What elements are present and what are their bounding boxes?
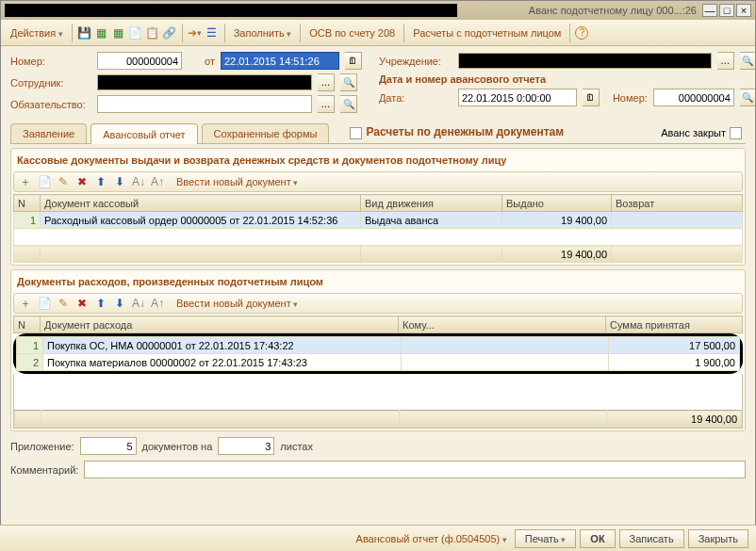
print-button[interactable]: Печать [515, 529, 577, 548]
delete-row-icon-2[interactable]: ✖ [74, 296, 90, 311]
closed-label: Аванс закрыт [661, 127, 726, 138]
col2-whom[interactable]: Кому... [399, 316, 606, 333]
attach-count2[interactable]: 3 [218, 437, 274, 455]
save-button[interactable]: Записать [619, 529, 684, 548]
col2-n[interactable]: N [14, 316, 41, 333]
cash-docs-checkbox[interactable] [350, 127, 362, 139]
totals-row: 19 400,00 [14, 246, 743, 263]
tabs: Заявление Авансовый отчет Сохраненные фо… [10, 122, 746, 144]
obligation-select-btn[interactable]: … [318, 95, 335, 113]
goto-icon[interactable]: ➜ [188, 25, 203, 41]
highlight-box: 1 Покупка ОС, НМА 00000001 от 22.01.2015… [13, 333, 743, 374]
number-input[interactable]: 000000004 [97, 52, 182, 70]
post-close-icon[interactable]: ▦ [111, 25, 126, 41]
form-link[interactable]: Авансовый отчет (ф.0504505) [353, 531, 511, 546]
blank-area [14, 229, 743, 246]
move-up-icon-2[interactable]: ⬆ [93, 296, 108, 311]
section1-title: Кассовые документы выдачи и возврата ден… [13, 153, 743, 168]
title-redacted [5, 4, 457, 17]
tab-saved-forms[interactable]: Сохраненные формы [202, 123, 330, 143]
settlements-link[interactable]: Расчеты с подотчетным лицом [409, 25, 565, 41]
copy-row-icon-2[interactable]: 📄 [37, 296, 52, 311]
maximize-btn[interactable]: □ [719, 4, 734, 17]
obligation-input[interactable] [97, 95, 312, 113]
move-up-icon[interactable]: ⬆ [93, 174, 108, 189]
employee-open-btn[interactable]: 🔍 [340, 73, 357, 91]
comment-input[interactable] [84, 461, 746, 478]
col-n[interactable]: N [14, 195, 41, 212]
add-row-icon[interactable]: ＋ [18, 174, 33, 189]
report-num-open-btn[interactable]: 🔍 [740, 89, 756, 106]
cash-docs-table: N Документ кассовый Вид движения Выдано … [13, 194, 743, 263]
expense-docs-table: 1 Покупка ОС, НМА 00000001 от 22.01.2015… [16, 336, 740, 371]
sort-asc-icon[interactable]: A↓ [131, 174, 146, 189]
save-icon[interactable]: 💾 [77, 25, 92, 41]
report-icon[interactable]: ☰ [205, 25, 220, 41]
report-date-picker-btn[interactable]: 🗓 [583, 89, 600, 106]
attachment-label: Приложение: [10, 441, 74, 452]
add-row-icon-2[interactable]: ＋ [18, 296, 33, 311]
closed-checkbox[interactable] [730, 127, 742, 139]
from-label: от [205, 56, 215, 67]
table-row[interactable]: 2 Покупка материалов 00000002 от 22.01.2… [17, 354, 740, 371]
number-label: Номер: [10, 56, 91, 67]
sort-desc-icon[interactable]: A↑ [150, 174, 165, 189]
move-down-icon-2[interactable]: ⬇ [112, 296, 127, 311]
close-button[interactable]: Закрыть [688, 529, 748, 548]
col2-doc[interactable]: Документ расхода [41, 316, 399, 333]
col-return[interactable]: Возврат [612, 195, 743, 212]
window-title: Аванс подотчетному лицу 000...:26 [529, 5, 700, 16]
tab-statement[interactable]: Заявление [10, 123, 87, 143]
new-doc-menu-1[interactable]: Ввести новый документ [173, 174, 302, 189]
col-move[interactable]: Вид движения [361, 195, 502, 212]
sort-asc-icon-2[interactable]: A↓ [131, 296, 146, 311]
section2-totals: 19 400,00 [14, 410, 742, 428]
report-date-input[interactable]: 22.01.2015 0:00:00 [458, 89, 577, 106]
col-issued[interactable]: Выдано [502, 195, 612, 212]
basis-icon[interactable]: 📋 [145, 25, 160, 41]
table-row[interactable]: 1 Покупка ОС, НМА 00000001 от 22.01.2015… [17, 337, 740, 354]
employee-select-btn[interactable]: … [318, 73, 335, 91]
tab-advance-report[interactable]: Авансовый отчет [90, 123, 197, 144]
minimize-btn[interactable]: — [702, 4, 717, 17]
comment-label: Комментарий: [10, 464, 78, 476]
org-label: Учреждение: [379, 56, 452, 67]
new-doc-menu-2[interactable]: Ввести новый документ [173, 296, 302, 311]
copy-row-icon[interactable]: 📄 [37, 174, 52, 189]
section2-toolbar: ＋ 📄 ✎ ✖ ⬆ ⬇ A↓ A↑ Ввести новый документ [13, 293, 743, 314]
sort-desc-icon-2[interactable]: A↑ [150, 296, 165, 311]
report-num-label: Номер: [613, 92, 648, 104]
org-input[interactable] [458, 53, 712, 69]
obligation-open-btn[interactable]: 🔍 [340, 95, 357, 113]
table-row[interactable]: 1 Расходный кассовый ордер 00000005 от 2… [14, 212, 743, 229]
delete-row-icon[interactable]: ✖ [74, 174, 90, 189]
edit-row-icon-2[interactable]: ✎ [56, 296, 71, 311]
attach-mid: документов на [142, 441, 213, 452]
edit-row-icon[interactable]: ✎ [56, 174, 71, 189]
link-icon[interactable]: 🔗 [162, 25, 177, 41]
post-icon[interactable]: ▦ [94, 25, 109, 41]
section2-title: Документы расходов, произведенных подотч… [13, 274, 743, 289]
date-picker-btn[interactable]: 🗓 [345, 52, 362, 70]
employee-label: Сотрудник: [10, 77, 91, 89]
copy-icon[interactable]: 📄 [128, 25, 143, 41]
attach-tail: листах [280, 441, 313, 452]
footer-toolbar: Авансовый отчет (ф.0504505) Печать ОК За… [0, 525, 756, 551]
report-num-input[interactable]: 000000004 [653, 89, 734, 106]
fill-menu[interactable]: Заполнить [230, 25, 296, 41]
move-down-icon[interactable]: ⬇ [112, 174, 127, 189]
actions-menu[interactable]: Действия [7, 25, 67, 41]
close-window-btn[interactable]: × [736, 4, 751, 17]
help-icon[interactable]: ? [575, 26, 588, 40]
attach-count1[interactable]: 5 [80, 437, 137, 455]
date-input[interactable]: 22.01.2015 14:51:26 [221, 52, 339, 70]
employee-input[interactable] [97, 74, 312, 90]
section1-toolbar: ＋ 📄 ✎ ✖ ⬆ ⬇ A↓ A↑ Ввести новый документ [13, 171, 743, 192]
org-select-btn[interactable]: … [717, 52, 734, 70]
org-open-btn[interactable]: 🔍 [740, 52, 756, 70]
col2-sum[interactable]: Сумма принятая [606, 316, 743, 333]
osv-link[interactable]: ОСВ по счету 208 [305, 25, 399, 41]
col-doc[interactable]: Документ кассовый [41, 195, 361, 212]
ok-button[interactable]: ОК [580, 529, 615, 548]
main-toolbar: Действия 💾 ▦ ▦ 📄 📋 🔗 ➜ ☰ Заполнить ОСВ п… [1, 20, 755, 46]
